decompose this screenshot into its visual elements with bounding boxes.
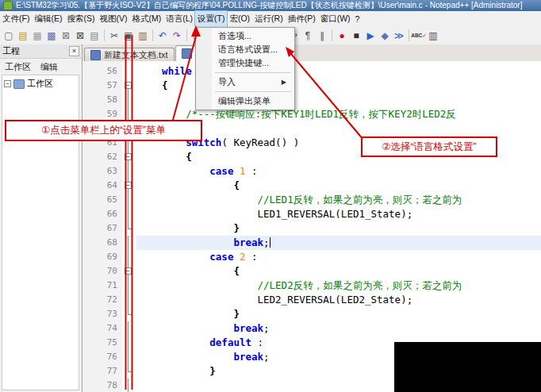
panel-menu-item[interactable]: 编辑	[40, 61, 58, 73]
menu-item-style-configurator[interactable]: 语言格式设置...	[198, 43, 293, 56]
show-all-chars-icon[interactable]: ¶	[301, 29, 315, 43]
indent-guide-icon[interactable]: ∥	[315, 29, 329, 43]
fold-guide	[122, 207, 136, 221]
code-line[interactable]: 58	[82, 93, 541, 107]
menu-separator	[215, 91, 291, 92]
run-macro-multiple-icon[interactable]: ≫	[392, 29, 406, 43]
code-line[interactable]: 64 {	[82, 179, 541, 193]
line-number: 63	[82, 164, 122, 179]
fold-toggle-icon[interactable]	[122, 150, 136, 164]
menu-item-import[interactable]: 导入▶	[198, 75, 293, 89]
project-panel-title: 工程	[2, 45, 20, 57]
code-line[interactable]: 65 //LED1反转，如果之前为亮，则灭；若之前为	[82, 193, 541, 207]
play-macro-icon[interactable]: ▶	[363, 29, 378, 43]
redaction-overlay	[394, 342, 541, 392]
save-all-icon[interactable]: ▩	[44, 29, 59, 43]
code-line[interactable]: 63 case 1 :	[82, 164, 541, 179]
fold-guide	[122, 350, 136, 364]
line-number: 57	[82, 79, 122, 93]
menu-bar-item[interactable]: 插件(P)	[286, 11, 318, 27]
fold-guide	[122, 193, 136, 207]
save-macro-icon[interactable]: ◆	[378, 29, 392, 43]
code-line[interactable]: 68 break;	[82, 236, 541, 250]
code-line[interactable]: 56 while	[82, 64, 541, 79]
fold-guide	[122, 250, 136, 264]
menu-bar-item[interactable]: 文件(F)	[0, 11, 32, 27]
line-number: 67	[82, 221, 122, 236]
cut-icon[interactable]: ✂	[107, 29, 121, 43]
fold-toggle-icon[interactable]	[122, 79, 136, 93]
code-line[interactable]: 71 //LED2反转，如果之前为亮，则灭；若之前为	[82, 279, 541, 293]
toolbar-separator	[152, 29, 153, 41]
copy-icon[interactable]: ▣	[121, 29, 136, 43]
menu-bar-item[interactable]: 语言(L)	[163, 11, 195, 27]
doc-switcher-icon[interactable]: ▥	[426, 29, 440, 43]
document-tab[interactable]: 新建文本文档.txt	[84, 48, 175, 61]
stop-macro-icon[interactable]: ■	[349, 29, 363, 43]
menu-bar-item[interactable]: 窗口(W)	[318, 11, 353, 27]
menu-separator	[215, 72, 291, 73]
code-line[interactable]: 74 break;	[82, 321, 541, 336]
close-all-icon[interactable]: ⊠	[73, 29, 87, 43]
new-file-icon[interactable]: ▢	[2, 29, 16, 43]
code-line[interactable]: 70 {	[82, 264, 541, 279]
line-number: 75	[82, 336, 122, 350]
editor-area: 新建文本文档.txtmain.c 56 while57 {5859 /*---按…	[82, 44, 541, 392]
code-line[interactable]: 73 }	[82, 307, 541, 321]
notepad-plus-plus-icon	[3, 1, 13, 10]
fold-guide	[122, 364, 136, 379]
document-icon	[90, 50, 101, 60]
panel-close-icon[interactable]: ×	[69, 46, 79, 56]
title-bar: E:\STM32学习\05.【基于野火ISO-V2】自己编写的程序\04.POL…	[0, 0, 541, 11]
spell-check-icon[interactable]: ABC✓	[412, 29, 426, 43]
line-number: 76	[82, 350, 122, 364]
toolbar-separator	[409, 29, 409, 41]
undo-icon[interactable]: ↶	[155, 29, 170, 43]
save-icon[interactable]: ▦	[30, 29, 44, 43]
menu-item-preferences[interactable]: 首选项...	[198, 29, 293, 43]
menu-bar-item[interactable]: 视图(V)	[97, 11, 129, 27]
paste-icon[interactable]: ▥	[136, 29, 150, 43]
submenu-arrow-icon: ▶	[282, 79, 286, 86]
line-number: 64	[82, 179, 122, 193]
line-number: 71	[82, 279, 122, 293]
menu-bar: 文件(F)编辑(E)搜索(S)视图(V)格式(M)语言(L)设置(T)宏(O)运…	[0, 11, 541, 28]
line-number: 78	[82, 379, 122, 392]
print-icon[interactable]: ▤	[87, 29, 102, 43]
fold-guide	[122, 64, 136, 79]
project-panel: 工程 × 工作区编辑 −工作区	[0, 44, 82, 392]
toolbar-separator	[332, 29, 332, 41]
open-folder-icon[interactable]: ▤	[16, 29, 30, 43]
callout-2: ②选择“语言格式设置”	[361, 136, 497, 157]
tree-item[interactable]: −工作区	[4, 78, 77, 90]
line-number: 65	[82, 193, 122, 207]
redo-icon[interactable]: ↷	[170, 29, 184, 43]
code-line[interactable]: 57 {	[82, 79, 541, 93]
fold-toggle-icon[interactable]	[122, 264, 136, 279]
fold-guide	[122, 379, 136, 392]
fold-guide	[122, 336, 136, 350]
menu-bar-item[interactable]: 宏(O)	[227, 11, 252, 27]
panel-menu-item[interactable]: 工作区	[5, 61, 31, 73]
fold-toggle-icon[interactable]	[122, 179, 136, 193]
menu-item-edit-popup[interactable]: 编辑弹出菜单	[198, 94, 293, 108]
menu-bar-item[interactable]: 搜索(S)	[64, 11, 97, 27]
menu-bar-item[interactable]: ?	[353, 11, 363, 27]
menu-bar-item[interactable]: 设置(T)	[195, 11, 227, 27]
menu-bar-item[interactable]: 运行(R)	[252, 11, 286, 27]
code-line[interactable]: 72 LED2_REVERSAL(LED2_State);	[82, 293, 541, 307]
menu-bar-item[interactable]: 格式(M)	[129, 11, 163, 27]
fold-guide	[122, 221, 136, 236]
tree-expand-icon[interactable]: −	[4, 80, 11, 87]
close-icon[interactable]: ⊠	[59, 29, 73, 43]
code-line[interactable]: 67 }	[82, 221, 541, 236]
project-panel-menu: 工作区编辑	[0, 59, 82, 75]
menu-item-shortcut-mapper[interactable]: 管理快捷键...	[198, 56, 293, 70]
line-number: 62	[82, 150, 122, 164]
code-line[interactable]: 69 case 2 :	[82, 250, 541, 264]
menu-bar-item[interactable]: 编辑(E)	[32, 11, 64, 27]
window-title: E:\STM32学习\05.【基于野火ISO-V2】自己编写的程序\04.POL…	[16, 0, 522, 11]
line-number: 73	[82, 307, 122, 321]
record-macro-icon[interactable]: ●	[335, 29, 349, 43]
code-line[interactable]: 66 LED1_REVERSAL(LED1_State);	[82, 207, 541, 221]
